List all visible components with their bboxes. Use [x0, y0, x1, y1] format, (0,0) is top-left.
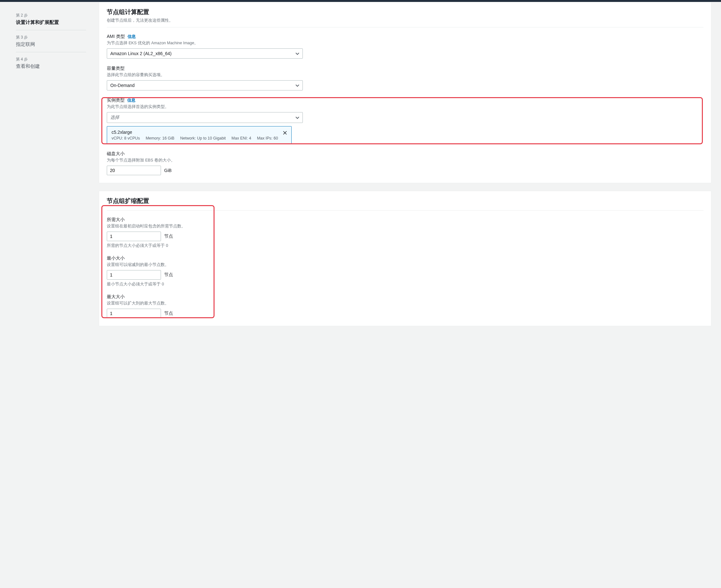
step-num: 第 2 步 [16, 13, 86, 18]
capacity-select-value: On-Demand [110, 83, 135, 88]
instance-type-field: 实例类型 信息 为此节点组选择首选的实例类型。 选择 c5.2xlar [107, 98, 703, 144]
desired-desc: 设置组在最初启动时应包含的所需节点数。 [107, 224, 703, 229]
desired-help: 所需的节点大小必须大于或等于 0 [107, 243, 703, 249]
instance-info-link[interactable]: 信息 [127, 98, 136, 103]
step-label: 查看和创建 [16, 63, 86, 69]
instance-vcpu: vCPU: 8 vCPUs [112, 136, 140, 141]
disk-size-field: 磁盘大小 为每个节点选择附加 EBS 卷的大小。 GiB [107, 151, 703, 175]
capacity-desc: 选择此节点组的容量购买选项。 [107, 72, 703, 78]
disk-unit: GiB [164, 168, 172, 173]
desired-size-input[interactable] [107, 232, 161, 241]
main-content: 节点组计算配置 创建节点组后，无法更改这些属性。 AMI 类型 信息 为节点选择… [96, 2, 721, 588]
close-icon [283, 131, 287, 135]
panel-title: 节点组扩缩配置 [107, 197, 703, 205]
step-3[interactable]: 第 3 步 指定联网 [16, 30, 86, 52]
min-size-input[interactable] [107, 270, 161, 280]
max-size-input[interactable] [107, 309, 161, 318]
min-desc: 设置组可以缩减到的最小节点数。 [107, 262, 703, 268]
ami-select[interactable]: Amazon Linux 2 (AL2_x86_64) [107, 48, 303, 59]
scaling-config-panel: 节点组扩缩配置 所需大小 设置组在最初启动时应包含的所需节点数。 节点 所需的节… [99, 191, 712, 326]
instance-network: Network: Up to 10 Gigabit [180, 136, 226, 141]
min-help: 最小节点大小必须大于或等于 0 [107, 281, 703, 287]
max-label: 最大大小 [107, 294, 125, 300]
instance-selected-tag: c5.2xlarge vCPU: 8 vCPUs Memory: 16 GiB … [107, 126, 292, 144]
desired-unit: 节点 [164, 233, 173, 239]
disk-size-input[interactable] [107, 166, 161, 175]
remove-instance-button[interactable] [282, 130, 288, 136]
chevron-down-icon [296, 115, 299, 120]
disk-label: 磁盘大小 [107, 151, 125, 157]
desired-size-field: 所需大小 设置组在最初启动时应包含的所需节点数。 节点 所需的节点大小必须大于或… [107, 217, 703, 249]
desired-label: 所需大小 [107, 217, 125, 223]
capacity-label: 容量类型 [107, 66, 125, 71]
ami-info-link[interactable]: 信息 [127, 34, 136, 40]
instance-maxips: Max IPs: 60 [257, 136, 278, 141]
ami-type-field: AMI 类型 信息 为节点选择 EKS 优化的 Amazon Machine I… [107, 34, 703, 59]
step-4[interactable]: 第 4 步 查看和创建 [16, 52, 86, 74]
instance-select-placeholder: 选择 [110, 115, 119, 120]
ami-select-value: Amazon Linux 2 (AL2_x86_64) [110, 51, 172, 56]
step-label: 指定联网 [16, 41, 86, 47]
chevron-down-icon [296, 51, 299, 56]
min-label: 最小大小 [107, 255, 125, 261]
compute-config-panel: 节点组计算配置 创建节点组后，无法更改这些属性。 AMI 类型 信息 为节点选择… [99, 2, 712, 183]
min-size-field: 最小大小 设置组可以缩减到的最小节点数。 节点 最小节点大小必须大于或等于 0 [107, 255, 703, 287]
wizard-sidebar: 第 2 步 设置计算和扩展配置 第 3 步 指定联网 第 4 步 查看和创建 [0, 2, 96, 588]
panel-subtitle: 创建节点组后，无法更改这些属性。 [107, 18, 703, 23]
capacity-type-field: 容量类型 选择此节点组的容量购买选项。 On-Demand [107, 66, 703, 90]
panel-title: 节点组计算配置 [107, 8, 703, 16]
max-size-field: 最大大小 设置组可以扩大到的最大节点数。 节点 [107, 294, 703, 318]
instance-maxeni: Max ENI: 4 [232, 136, 251, 141]
instance-selected-name: c5.2xlarge [112, 130, 279, 135]
instance-desc: 为此节点组选择首选的实例类型。 [107, 104, 703, 110]
instance-memory: Memory: 16 GiB [146, 136, 174, 141]
step-2[interactable]: 第 2 步 设置计算和扩展配置 [16, 8, 86, 30]
instance-select[interactable]: 选择 [107, 112, 303, 123]
capacity-select[interactable]: On-Demand [107, 80, 303, 90]
ami-label: AMI 类型 [107, 34, 125, 40]
step-num: 第 4 步 [16, 57, 86, 62]
step-label: 设置计算和扩展配置 [16, 19, 86, 25]
max-unit: 节点 [164, 311, 173, 316]
chevron-down-icon [296, 83, 299, 88]
min-unit: 节点 [164, 272, 173, 278]
instance-label: 实例类型 [107, 98, 125, 103]
step-num: 第 3 步 [16, 35, 86, 40]
max-desc: 设置组可以扩大到的最大节点数。 [107, 301, 703, 306]
disk-desc: 为每个节点选择附加 EBS 卷的大小。 [107, 158, 703, 163]
ami-desc: 为节点选择 EKS 优化的 Amazon Machine Image。 [107, 40, 703, 46]
